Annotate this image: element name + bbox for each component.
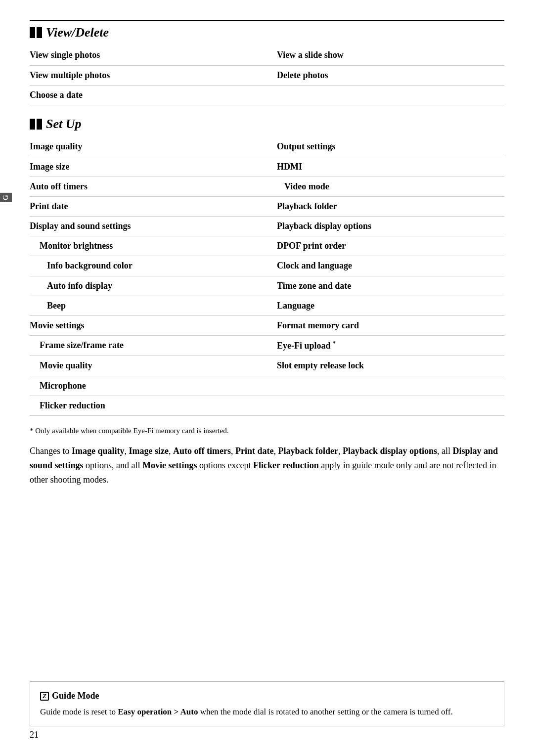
- movie-settings: Movie settings: [30, 316, 267, 336]
- image-size: Image size: [30, 157, 267, 177]
- table-row: Beep Language: [30, 296, 504, 315]
- empty-cell-3: [267, 396, 504, 415]
- desc-image-size: Image size: [129, 446, 169, 456]
- view-delete-table: View single photos View a slide show Vie…: [30, 45, 504, 105]
- display-and-sound-settings: Display and sound settings: [30, 217, 267, 236]
- table-row: View multiple photos Delete photos: [30, 65, 504, 85]
- beep: Beep: [30, 296, 267, 315]
- guide-mode-icon: Z: [40, 692, 49, 701]
- guide-mode-box: Z Guide Mode Guide mode is reset to Easy…: [30, 681, 504, 726]
- guide-mode-heading: Guide Mode: [52, 690, 99, 702]
- table-row: Auto info display Time zone and date: [30, 276, 504, 296]
- footnote: * Only available when compatible Eye-Fi …: [30, 426, 504, 436]
- monitor-brightness: Monitor brightness: [30, 236, 267, 256]
- auto-info-display: Auto info display: [30, 276, 267, 296]
- eye-fi-upload: Eye-Fi upload *: [267, 336, 504, 356]
- info-background-color: Info background color: [30, 256, 267, 276]
- table-row: Choose a date: [30, 85, 504, 105]
- delete-photos: Delete photos: [267, 65, 504, 85]
- view-single-photos: View single photos: [30, 45, 267, 65]
- table-row: View single photos View a slide show: [30, 45, 504, 65]
- view-delete-section: View/Delete View single photos View a sl…: [30, 20, 504, 105]
- print-date: Print date: [30, 196, 267, 216]
- guide-mode-title: Z Guide Mode: [40, 690, 494, 702]
- view-multiple-photos: View multiple photos: [30, 65, 267, 85]
- output-settings: Output settings: [267, 137, 504, 157]
- table-row: Image quality Output settings: [30, 137, 504, 157]
- desc-movie-settings: Movie settings: [142, 460, 197, 470]
- table-row: Print date Playback folder: [30, 196, 504, 216]
- language: Language: [267, 296, 504, 315]
- view-delete-title: View/Delete: [30, 24, 504, 42]
- empty-cell: [267, 85, 504, 105]
- auto-off-timers: Auto off timers: [30, 177, 267, 196]
- desc-auto-off-timers: Auto off timers: [173, 446, 231, 456]
- setup-title: Set Up: [30, 115, 504, 133]
- section-icon-2: [30, 119, 42, 130]
- playback-display-options: Playback display options: [267, 217, 504, 236]
- movie-quality: Movie quality: [30, 356, 267, 376]
- image-quality: Image quality: [30, 137, 267, 157]
- desc-flicker-reduction: Flicker reduction: [253, 460, 319, 470]
- section-icon: [30, 27, 42, 38]
- table-row: Display and sound settings Playback disp…: [30, 217, 504, 236]
- description-text: Changes to Image quality, Image size, Au…: [30, 444, 504, 487]
- table-row: Frame size/frame rate Eye-Fi upload *: [30, 336, 504, 356]
- guide-mode-easy-operation: Easy operation > Auto: [118, 707, 198, 716]
- dpof-print-order: DPOF print order: [267, 236, 504, 256]
- empty-cell-2: [267, 376, 504, 396]
- slot-empty-release-lock: Slot empty release lock: [267, 356, 504, 376]
- top-rule: [30, 20, 504, 21]
- playback-folder: Playback folder: [267, 196, 504, 216]
- choose-a-date: Choose a date: [30, 85, 267, 105]
- microphone: Microphone: [30, 376, 267, 396]
- guide-mode-text: Guide mode is reset to Easy operation > …: [40, 706, 494, 718]
- side-tab-g: G: [0, 193, 12, 202]
- table-row: Flicker reduction: [30, 396, 504, 415]
- asterisk: *: [333, 340, 336, 347]
- table-row: Microphone: [30, 376, 504, 396]
- desc-playback-display-options: Playback display options: [343, 446, 437, 456]
- hdmi: HDMI: [267, 157, 504, 177]
- view-slide-show: View a slide show: [267, 45, 504, 65]
- setup-table: Image quality Output settings Image size…: [30, 137, 504, 416]
- table-row: Movie quality Slot empty release lock: [30, 356, 504, 376]
- table-row: Auto off timers Video mode: [30, 177, 504, 196]
- page-number: 21: [30, 729, 39, 741]
- video-mode: Video mode: [267, 177, 504, 196]
- table-row: Image size HDMI: [30, 157, 504, 177]
- frame-size-frame-rate: Frame size/frame rate: [30, 336, 267, 356]
- table-row: Info background color Clock and language: [30, 256, 504, 276]
- desc-playback-folder: Playback folder: [278, 446, 338, 456]
- format-memory-card: Format memory card: [267, 316, 504, 336]
- desc-print-date: Print date: [235, 446, 273, 456]
- clock-and-language: Clock and language: [267, 256, 504, 276]
- setup-section: Set Up Image quality Output settings Ima…: [30, 115, 504, 416]
- time-zone-and-date: Time zone and date: [267, 276, 504, 296]
- desc-image-quality: Image quality: [72, 446, 125, 456]
- table-row: Movie settings Format memory card: [30, 316, 504, 336]
- table-row: Monitor brightness DPOF print order: [30, 236, 504, 256]
- flicker-reduction: Flicker reduction: [30, 396, 267, 415]
